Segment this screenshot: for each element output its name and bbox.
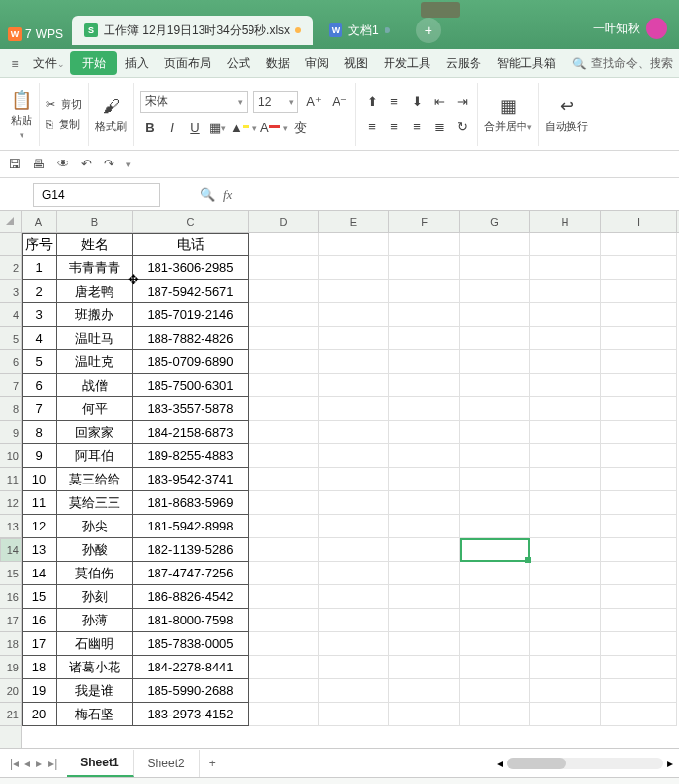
indent-dec-button[interactable]: ⇤ bbox=[430, 92, 449, 112]
preview-icon[interactable]: 👁 bbox=[57, 157, 69, 171]
align-right-button[interactable]: ≡ bbox=[407, 117, 427, 137]
cell-name[interactable]: 莫给三三 bbox=[57, 491, 133, 515]
col-header[interactable]: B bbox=[57, 211, 133, 232]
cell-phone[interactable]: 183-2973-4152 bbox=[133, 703, 249, 726]
paste-button[interactable]: 📋 粘贴▾ bbox=[10, 88, 33, 140]
col-header[interactable]: G bbox=[460, 211, 530, 232]
col-header[interactable]: I bbox=[601, 211, 677, 232]
user-area[interactable]: 一叶知秋 bbox=[593, 18, 667, 39]
indent-inc-button[interactable]: ⇥ bbox=[452, 92, 472, 112]
row-header[interactable] bbox=[0, 233, 22, 256]
cell-phone[interactable]: 183-9542-3741 bbox=[133, 468, 249, 491]
col-header[interactable]: D bbox=[249, 211, 319, 232]
cell-phone[interactable]: 185-5990-2688 bbox=[133, 679, 249, 703]
print-icon[interactable]: 🖶 bbox=[32, 157, 45, 171]
cell-phone[interactable]: 181-5942-8998 bbox=[133, 515, 249, 538]
col-header[interactable]: H bbox=[530, 211, 601, 232]
cell-no[interactable]: 14 bbox=[22, 562, 57, 585]
cell-no[interactable]: 15 bbox=[22, 585, 57, 609]
align-mid-button[interactable]: ≡ bbox=[385, 92, 404, 112]
sheet-tab-2[interactable]: Sheet2 bbox=[134, 750, 200, 777]
row-header[interactable]: 10 bbox=[0, 444, 22, 468]
shrink-font-button[interactable]: A⁻ bbox=[330, 92, 349, 112]
cell-name[interactable]: 阿耳伯 bbox=[57, 444, 133, 468]
phonetic-button[interactable]: 变 bbox=[291, 118, 310, 138]
row-header[interactable]: 4 bbox=[0, 303, 22, 327]
name-box[interactable]: G14 bbox=[33, 183, 160, 207]
cell-phone[interactable]: 183-3557-5878 bbox=[133, 397, 249, 421]
menu-smart[interactable]: 智能工具箱 bbox=[489, 55, 564, 71]
row-header[interactable]: 17 bbox=[0, 609, 22, 632]
row-header[interactable]: 15 bbox=[0, 562, 22, 585]
row-header[interactable]: 20 bbox=[0, 679, 22, 703]
menu-insert[interactable]: 插入 bbox=[117, 55, 157, 71]
align-left-button[interactable]: ≡ bbox=[362, 117, 382, 137]
zoom-icon[interactable]: 🔍 bbox=[200, 187, 215, 202]
cell-phone[interactable]: 186-8826-4542 bbox=[133, 585, 249, 609]
size-select[interactable]: 12▾ bbox=[253, 91, 298, 113]
cell-name[interactable]: 唐老鸭 bbox=[57, 280, 133, 303]
cell-phone[interactable]: 181-8000-7598 bbox=[133, 609, 249, 632]
row-header[interactable]: 14 bbox=[0, 538, 22, 562]
align-top-button[interactable]: ⬆ bbox=[362, 92, 382, 112]
cell-name[interactable]: 孙尖 bbox=[57, 515, 133, 538]
cell-phone[interactable]: 184-2278-8441 bbox=[133, 656, 249, 679]
cell-phone[interactable]: 185-7838-0005 bbox=[133, 632, 249, 656]
cell-no[interactable]: 12 bbox=[22, 515, 57, 538]
row-header[interactable]: 9 bbox=[0, 421, 22, 444]
menu-search[interactable]: 🔍 查找命令、搜索 bbox=[572, 55, 673, 71]
sheet-prev-button[interactable]: ◂ bbox=[24, 757, 30, 770]
cell-no[interactable]: 17 bbox=[22, 632, 57, 656]
scroll-right-icon[interactable]: ▸ bbox=[667, 757, 673, 770]
cell-no[interactable]: 5 bbox=[22, 350, 57, 374]
row-header[interactable]: 6 bbox=[0, 350, 22, 374]
doc-tab-2[interactable]: W 文档1 bbox=[317, 16, 402, 45]
cell-phone[interactable]: 189-8255-4883 bbox=[133, 444, 249, 468]
fill-color-button[interactable]: ▲ bbox=[230, 118, 249, 138]
row-header[interactable]: 5 bbox=[0, 327, 22, 350]
cell-name[interactable]: 孙刻 bbox=[57, 585, 133, 609]
new-tab-button[interactable]: + bbox=[416, 18, 441, 43]
sheet-next-button[interactable]: ▸ bbox=[36, 757, 42, 770]
save-icon[interactable]: 🖫 bbox=[8, 157, 21, 171]
qat-more-icon[interactable]: ▾ bbox=[126, 160, 131, 169]
col-header[interactable]: A bbox=[22, 211, 57, 232]
cell-name[interactable]: 战僧 bbox=[57, 374, 133, 397]
cell-phone[interactable]: 185-7500-6301 bbox=[133, 374, 249, 397]
grow-font-button[interactable]: A⁺ bbox=[304, 92, 324, 112]
formula-input[interactable] bbox=[240, 185, 631, 205]
redo-button[interactable]: ↷ bbox=[104, 157, 114, 171]
cell-no[interactable]: 2 bbox=[22, 280, 57, 303]
menu-review[interactable]: 审阅 bbox=[297, 55, 337, 71]
cell-name[interactable]: 韦青青青 bbox=[57, 256, 133, 280]
col-header[interactable]: F bbox=[389, 211, 460, 232]
cell-no[interactable]: 10 bbox=[22, 468, 57, 491]
align-center-button[interactable]: ≡ bbox=[385, 117, 404, 137]
menu-file[interactable]: 文件 ⌄ bbox=[27, 55, 70, 71]
sheet-tab-1[interactable]: Sheet1 bbox=[67, 750, 133, 777]
row-header[interactable]: 8 bbox=[0, 397, 22, 421]
cell-name[interactable]: 莫伯伤 bbox=[57, 562, 133, 585]
cell-no[interactable]: 11 bbox=[22, 491, 57, 515]
menu-cloud[interactable]: 云服务 bbox=[438, 55, 489, 71]
cell-phone[interactable]: 187-5942-5671 bbox=[133, 280, 249, 303]
avatar[interactable] bbox=[646, 18, 667, 39]
add-sheet-button[interactable]: + bbox=[200, 757, 226, 770]
sheet-last-button[interactable]: ▸| bbox=[48, 757, 57, 770]
cell-name[interactable]: 我是谁 bbox=[57, 679, 133, 703]
copy-button[interactable]: ⎘复制 bbox=[46, 117, 82, 132]
merge-button[interactable]: ▦ 合并居中▾ bbox=[484, 94, 532, 134]
menu-formula[interactable]: 公式 bbox=[219, 55, 258, 71]
row-header[interactable]: 7 bbox=[0, 374, 22, 397]
italic-button[interactable]: I bbox=[162, 118, 182, 138]
cell-phone[interactable]: 181-3606-2985 bbox=[133, 256, 249, 280]
cell-no[interactable]: 9 bbox=[22, 444, 57, 468]
cell-no[interactable]: 19 bbox=[22, 679, 57, 703]
row-header[interactable]: 12 bbox=[0, 491, 22, 515]
align-bot-button[interactable]: ⬇ bbox=[407, 92, 427, 112]
cell-name[interactable]: 孙薄 bbox=[57, 609, 133, 632]
cell-name[interactable]: 孙酸 bbox=[57, 538, 133, 562]
col-header[interactable]: C bbox=[133, 211, 249, 232]
bold-button[interactable]: B bbox=[140, 118, 159, 138]
orientation-button[interactable]: ↻ bbox=[452, 117, 472, 137]
